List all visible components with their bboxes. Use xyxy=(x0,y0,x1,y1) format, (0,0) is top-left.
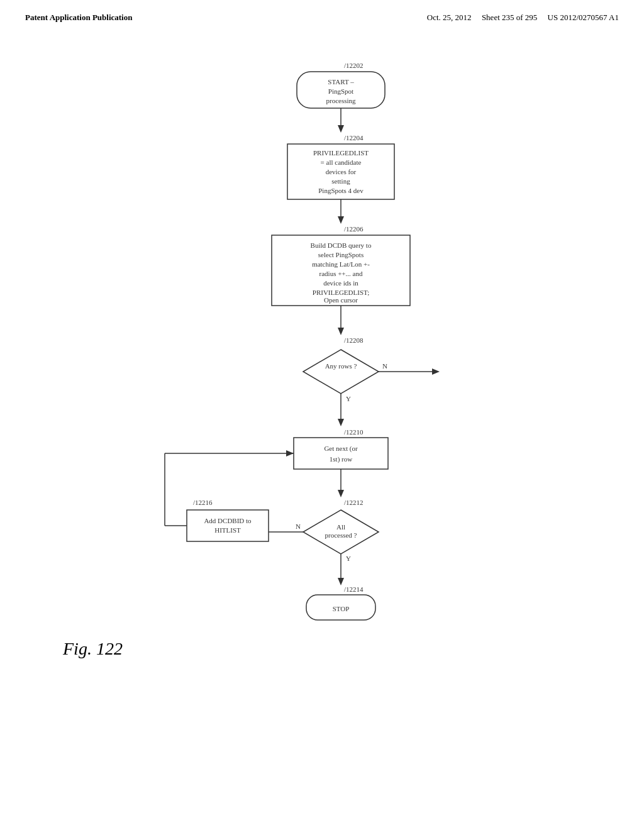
svg-marker-15 xyxy=(338,216,344,224)
svg-text:/12210: /12210 xyxy=(344,428,364,436)
svg-text:Y: Y xyxy=(346,555,351,562)
svg-text:processing: processing xyxy=(326,97,356,104)
svg-text:/12206: /12206 xyxy=(344,225,364,233)
page: Patent Application Publication Oct. 25, … xyxy=(0,0,644,830)
svg-text:1st) row: 1st) row xyxy=(330,455,352,463)
node-12212: /12212 All processed ? N Y xyxy=(296,499,379,562)
svg-marker-35 xyxy=(432,368,440,375)
svg-rect-37 xyxy=(294,438,388,469)
svg-marker-28 xyxy=(303,350,379,394)
svg-text:STOP: STOP xyxy=(333,605,350,612)
svg-text:Add DCDBID to: Add DCDBID to xyxy=(204,517,252,524)
svg-rect-51 xyxy=(187,510,269,541)
node-12204: /12204 PRIVILEGEDLIST = all candidate de… xyxy=(287,134,394,199)
patent-number: US 2012/0270567 A1 xyxy=(548,13,619,22)
header-info: Oct. 25, 2012 Sheet 235 of 295 US 2012/0… xyxy=(427,13,619,23)
svg-text:device ids in: device ids in xyxy=(323,279,358,287)
header-date: Oct. 25, 2012 xyxy=(427,13,472,22)
node-12210: /12210 Get next (or 1st) row xyxy=(294,428,388,469)
svg-marker-33 xyxy=(338,419,344,426)
svg-text:PingSpots 4 dev: PingSpots 4 dev xyxy=(318,187,364,194)
sheet-info: Sheet 235 of 295 xyxy=(482,13,537,22)
publication-label: Patent Application Publication xyxy=(25,13,132,23)
page-header: Patent Application Publication Oct. 25, … xyxy=(25,13,619,23)
svg-text:Any rows ?: Any rows ? xyxy=(325,362,357,370)
svg-text:radius ++... and: radius ++... and xyxy=(319,270,363,277)
svg-text:devices for: devices for xyxy=(326,168,357,175)
svg-text:Get next (or: Get next (or xyxy=(324,445,357,453)
svg-text:PRIVILEGEDLIST;: PRIVILEGEDLIST; xyxy=(313,289,369,296)
svg-text:All: All xyxy=(336,523,345,531)
svg-text:PRIVILEGEDLIST: PRIVILEGEDLIST xyxy=(313,149,369,157)
svg-text:select PingSpots: select PingSpots xyxy=(318,251,364,258)
svg-marker-57 xyxy=(286,450,294,456)
svg-marker-26 xyxy=(338,328,344,335)
node-12216: /12216 Add DCDBID to HITLIST xyxy=(187,499,269,541)
node-12206: /12206 Build DCDB query to select PingSp… xyxy=(272,225,410,306)
svg-text:Open cursor: Open cursor xyxy=(324,296,358,304)
node-12208: /12208 Any rows ? N Y xyxy=(303,336,387,402)
svg-text:processed ?: processed ? xyxy=(325,531,357,539)
svg-text:/12214: /12214 xyxy=(344,585,364,593)
svg-text:/12204: /12204 xyxy=(344,134,364,141)
svg-text:PingSpot: PingSpot xyxy=(328,87,353,95)
svg-text:Build DCDB query to: Build DCDB query to xyxy=(311,241,372,249)
svg-marker-59 xyxy=(338,578,344,585)
svg-text:N: N xyxy=(382,362,387,370)
svg-marker-41 xyxy=(338,490,344,497)
svg-text:/12216: /12216 xyxy=(193,499,213,506)
svg-text:Y: Y xyxy=(346,395,351,402)
svg-marker-6 xyxy=(338,125,344,133)
svg-text:setting: setting xyxy=(331,177,350,185)
svg-text:= all candidate: = all candidate xyxy=(321,158,362,166)
svg-text:matching Lat/Lon +-: matching Lat/Lon +- xyxy=(312,260,370,268)
svg-text:N: N xyxy=(296,523,301,530)
svg-text:/12208: /12208 xyxy=(344,336,364,344)
svg-text:/12202: /12202 xyxy=(344,62,364,69)
figure-label: Fig. 122 xyxy=(63,639,189,659)
svg-text:START –: START – xyxy=(328,78,354,86)
node-12202: /12202 START – PingSpot processing xyxy=(297,62,385,108)
svg-text:/12212: /12212 xyxy=(344,499,364,506)
node-12214: /12214 STOP xyxy=(306,585,375,620)
svg-text:HITLIST: HITLIST xyxy=(214,526,241,534)
